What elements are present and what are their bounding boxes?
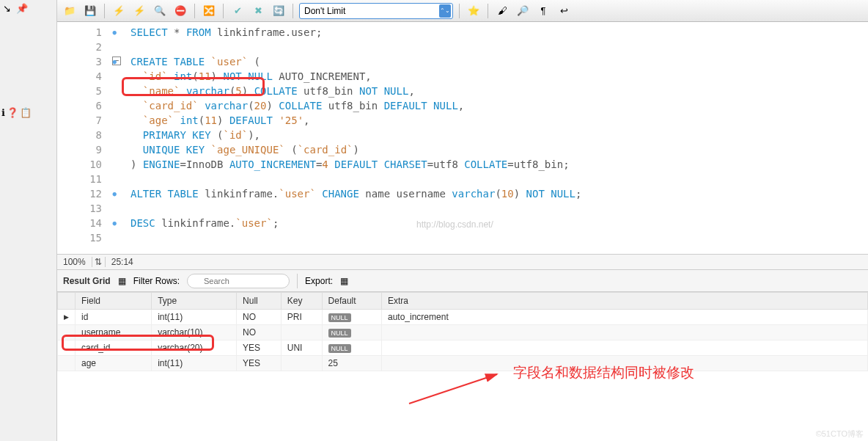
annotation-text: 字段名和数据结构同时被修改 xyxy=(513,363,694,382)
grid-header-row: Field Type Null Key Default Extra xyxy=(58,293,868,310)
execute-icon[interactable]: ⚡ xyxy=(111,3,127,19)
col-field[interactable]: Field xyxy=(76,293,152,310)
refresh-icon[interactable]: 🔄 xyxy=(271,3,287,19)
cancel-icon[interactable]: ✖ xyxy=(250,3,266,19)
svg-line-0 xyxy=(409,374,497,404)
col-default[interactable]: Default xyxy=(322,293,381,310)
dropdown-arrow-icon: ⌃⌄ xyxy=(439,4,451,18)
highlight-box-grid xyxy=(62,335,214,351)
side-panel: ↘ 📌 ℹ ❓ 📋 xyxy=(0,0,57,441)
table-row[interactable]: ▶idint(11)NOPRINULLauto_increment xyxy=(58,310,868,325)
toggle-icon[interactable]: ¶ xyxy=(535,3,551,19)
wrap-icon[interactable]: ↩ xyxy=(556,3,572,19)
cursor-position: 25:14 xyxy=(106,257,139,267)
col-extra[interactable]: Extra xyxy=(382,293,868,310)
result-toolbar: Result Grid ▦ Filter Rows: Export: ▦ xyxy=(57,270,868,292)
info-icon[interactable]: ℹ xyxy=(1,107,5,118)
save-icon[interactable]: 💾 xyxy=(82,3,98,19)
clipboard-icon[interactable]: 📋 xyxy=(20,107,32,118)
editor-status-bar: 100% ⇅ 25:14 xyxy=(57,254,868,270)
editor-toolbar: 📁 💾 ⚡ ⚡ 🔍 ⛔ 🔀 ✔ ✖ 🔄 Don't Limit ⌃⌄ ⭐ 🖌 🔎… xyxy=(57,0,868,22)
filter-label: Filter Rows: xyxy=(133,276,180,286)
watermark: http://blog.csdn.net/ xyxy=(416,217,493,232)
beautify-icon[interactable]: 🖌 xyxy=(494,3,510,19)
result-grid-label: Result Grid xyxy=(63,276,111,286)
stop-icon[interactable]: ⛔ xyxy=(172,3,188,19)
footer-watermark: ©51CTO博客 xyxy=(816,429,864,440)
search-input[interactable] xyxy=(187,274,290,288)
collapse-icon[interactable]: ↘ xyxy=(3,3,15,15)
help-icon[interactable]: ❓ xyxy=(7,107,18,118)
highlight-box-code xyxy=(122,77,265,96)
favorite-icon[interactable]: ⭐ xyxy=(466,3,482,19)
annotation-arrow-icon xyxy=(402,367,512,411)
execute-step-icon[interactable]: ⚡ xyxy=(131,3,147,19)
zoom-level[interactable]: 100% xyxy=(57,257,92,267)
pin-icon[interactable]: 📌 xyxy=(16,3,28,15)
open-icon[interactable]: 📁 xyxy=(62,3,78,19)
col-key[interactable]: Key xyxy=(281,293,322,310)
col-type[interactable]: Type xyxy=(152,293,237,310)
find-icon[interactable]: 🔎 xyxy=(515,3,531,19)
limit-select[interactable]: Don't Limit ⌃⌄ xyxy=(299,3,453,19)
code-content[interactable]: SELECT * FROM linkinframe.user; CREATE T… xyxy=(108,22,868,254)
commit-icon[interactable]: 🔀 xyxy=(201,3,217,19)
explain-icon[interactable]: 🔍 xyxy=(152,3,168,19)
export-label: Export: xyxy=(305,276,333,286)
limit-value: Don't Limit xyxy=(304,6,345,16)
line-gutter: 1 2 3− 4 5 6 7 8 9 10 11 12 13 14 15 xyxy=(57,22,108,254)
export-icon[interactable]: ▦ xyxy=(340,276,348,286)
zoom-spinner-icon[interactable]: ⇅ xyxy=(92,257,106,267)
search-wrap xyxy=(187,274,290,288)
grid-icon[interactable]: ▦ xyxy=(118,276,126,286)
sql-editor[interactable]: 1 2 3− 4 5 6 7 8 9 10 11 12 13 14 15 SEL… xyxy=(57,22,868,254)
col-null[interactable]: Null xyxy=(237,293,282,310)
ok-icon[interactable]: ✔ xyxy=(229,3,246,19)
